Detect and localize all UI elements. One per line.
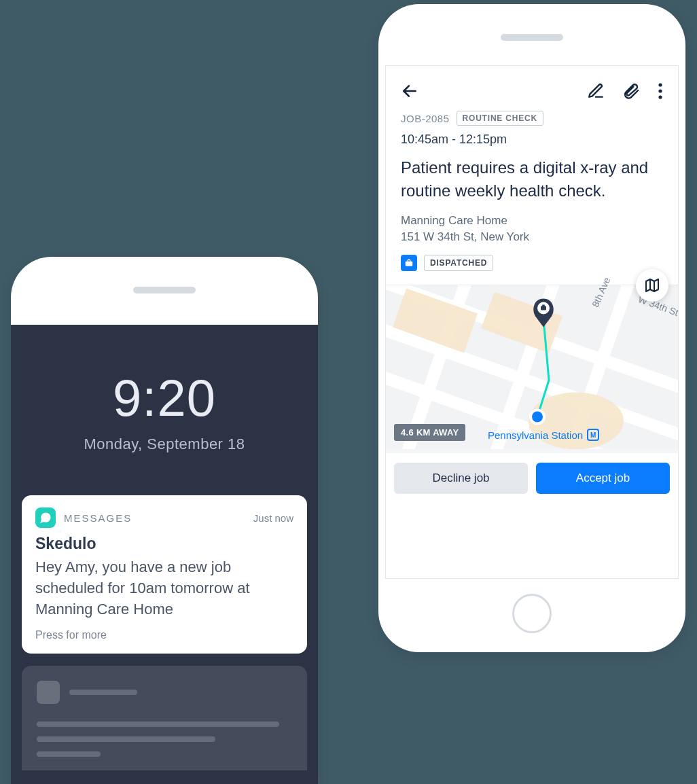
svg-rect-19 [542, 305, 545, 307]
job-description: Patient requires a digital x-ray and rou… [401, 156, 663, 202]
speaker-pill [501, 34, 563, 41]
placeholder-line [37, 721, 279, 727]
notification-app-label: MESSAGES [64, 512, 132, 524]
placeholder-line [37, 751, 101, 757]
notification-header: MESSAGES Just now [35, 507, 293, 528]
topbar [386, 66, 678, 107]
svg-point-1 [658, 83, 662, 86]
briefcase-icon [401, 255, 417, 271]
notification-title: Skedulo [35, 535, 293, 553]
placeholder-icon [37, 681, 60, 704]
lock-date: Monday, September 18 [11, 435, 318, 453]
notification-press-for-more: Press for more [35, 629, 293, 641]
job-time-range: 10:45am - 12:15pm [401, 132, 663, 147]
more-menu-icon[interactable] [658, 82, 663, 100]
phone-lockscreen: 9:20 Monday, September 18 MESSAGES Just … [11, 257, 318, 784]
job-status-tag: DISPATCHED [424, 255, 493, 271]
attachment-icon[interactable] [622, 82, 640, 100]
home-button[interactable] [512, 594, 552, 633]
job-location-name: Manning Care Home [401, 214, 663, 228]
svg-rect-4 [406, 262, 413, 266]
map-poi-label[interactable]: Pennsylvania Station M [488, 429, 599, 441]
job-type-tag: ROUTINE CHECK [457, 111, 543, 126]
notification-app-row: MESSAGES [35, 507, 132, 528]
speaker-pill [133, 287, 196, 293]
back-button[interactable] [401, 82, 418, 100]
lockscreen: 9:20 Monday, September 18 MESSAGES Just … [11, 325, 318, 784]
edit-icon[interactable] [587, 82, 605, 100]
transit-icon: M [587, 429, 599, 441]
placeholder-line [37, 736, 215, 742]
svg-point-2 [658, 89, 662, 92]
lock-time: 9:20 [11, 368, 318, 427]
distance-badge: 4.6 KM AWAY [394, 424, 465, 441]
phone-job-detail: JOB-2085 ROUTINE CHECK 10:45am - 12:15pm… [378, 4, 685, 652]
messages-app-icon [35, 507, 56, 528]
job-meta: JOB-2085 ROUTINE CHECK 10:45am - 12:15pm… [386, 107, 678, 285]
action-bar: Decline job Accept job [386, 449, 678, 502]
svg-marker-20 [646, 279, 658, 291]
expand-map-button[interactable] [636, 269, 668, 302]
notification-card-placeholder [22, 666, 307, 770]
accept-job-button[interactable]: Accept job [536, 463, 670, 494]
notification-timestamp: Just now [253, 512, 293, 524]
svg-point-16 [532, 412, 543, 423]
job-detail-screen: JOB-2085 ROUTINE CHECK 10:45am - 12:15pm… [385, 65, 679, 579]
job-id: JOB-2085 [401, 113, 450, 124]
map-poi-text: Pennsylvania Station [488, 429, 583, 441]
map[interactable]: 8th Ave W 34th St 4.6 KM AWAY Pennsylvan… [386, 285, 678, 449]
job-location-address: 151 W 34th St, New York [401, 230, 663, 244]
placeholder-line [69, 690, 137, 695]
notification-card[interactable]: MESSAGES Just now Skedulo Hey Amy, you h… [22, 495, 307, 654]
decline-job-button[interactable]: Decline job [394, 463, 528, 494]
notification-body: Hey Amy, you have a new job scheduled fo… [35, 557, 293, 620]
svg-point-3 [658, 95, 662, 99]
